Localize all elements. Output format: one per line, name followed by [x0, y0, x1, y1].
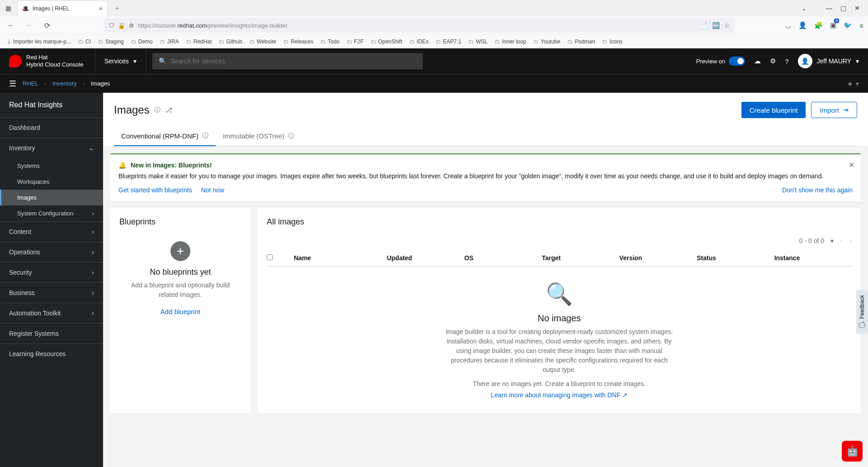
reload-button[interactable]: ⟳ — [41, 21, 53, 30]
sidebar-item-operations[interactable]: Operations› — [0, 242, 103, 262]
bookmark-item[interactable]: 🗀Podman — [565, 38, 597, 46]
breadcrumb-item[interactable]: RHEL — [23, 80, 38, 87]
search-services[interactable]: 🔍 — [152, 53, 423, 69]
notification-icon[interactable]: ▣ — [830, 21, 836, 29]
breadcrumb-item[interactable]: Inventory — [52, 80, 76, 87]
toggle-switch[interactable] — [729, 57, 745, 66]
logo[interactable]: Red Hat Hybrid Cloud Console — [0, 54, 95, 68]
sidebar-item-register[interactable]: Register Systems — [0, 324, 103, 343]
bookmark-item[interactable]: 🗀Todo — [318, 38, 342, 46]
reader-icon[interactable]: 📄 — [700, 22, 708, 29]
maximize-icon[interactable]: ▢ — [840, 5, 846, 12]
hamburger-icon[interactable]: ☰ — [9, 79, 16, 89]
help-icon[interactable]: ⓘ — [288, 132, 294, 140]
account-icon[interactable]: 👤 — [798, 21, 807, 29]
folder-icon: 🗀 — [602, 38, 608, 45]
feedback-tab[interactable]: 💬 Feedback — [856, 290, 868, 334]
back-button[interactable]: ← — [5, 21, 17, 29]
cloud-icon[interactable]: ☁ — [754, 57, 761, 65]
import-button[interactable]: Import⇥ — [811, 102, 857, 118]
help-icon[interactable]: ⓘ — [154, 106, 160, 114]
close-icon[interactable]: × — [99, 5, 103, 12]
add-blueprint-link[interactable]: Add blueprint — [160, 308, 200, 315]
minimize-icon[interactable]: — — [826, 5, 832, 12]
sidebar-item-business[interactable]: Business› — [0, 283, 103, 303]
sidebar-subitem-system-configuration[interactable]: System Configuration› — [0, 205, 103, 221]
services-dropdown[interactable]: Services ▾ — [95, 48, 146, 74]
new-tab-button[interactable]: + — [110, 1, 124, 15]
bookmark-star-icon[interactable]: ☆ — [724, 22, 730, 29]
bookmark-item[interactable]: 🗀Inner loop — [492, 38, 528, 46]
bookmark-item[interactable]: 🗀F2F — [344, 38, 366, 46]
translate-icon[interactable]: 🔤 — [712, 22, 720, 29]
page-title: Images — [114, 104, 150, 116]
user-menu[interactable]: 👤 Jeff MAURY ▾ — [798, 54, 859, 68]
preview-toggle[interactable]: Preview on — [696, 57, 745, 66]
gear-icon[interactable]: ⚙ — [770, 57, 776, 65]
bookmark-item[interactable]: 🗀CI — [76, 38, 93, 46]
images-empty-title: No images — [442, 313, 677, 324]
bookmark-item[interactable]: 🗀Staging — [96, 38, 126, 46]
chevron-down-icon[interactable]: ⌄ — [802, 5, 807, 12]
bookmark-item[interactable]: 🗀IDEs — [407, 38, 431, 46]
import-icon: ⇥ — [843, 106, 849, 114]
images-panel: All images 0 - 0 of 0 ▾ ‹ › Name Updated… — [258, 208, 861, 413]
search-icon: 🔍 — [159, 57, 166, 65]
bookmark-item[interactable]: 🗀JIRA — [158, 38, 181, 46]
sidebar-item-learning[interactable]: Learning Resources — [0, 344, 103, 364]
table-header-version: Version — [619, 254, 697, 262]
browser-tab[interactable]: 🎩 Images | RHEL × — [17, 0, 108, 16]
bookmark-item[interactable]: 🗀WSL — [466, 38, 490, 46]
shield-icon[interactable]: 🛡 — [108, 22, 114, 29]
bookmark-item[interactable]: 🗀OpenShift — [368, 38, 404, 46]
sidebar-subitem-workspaces[interactable]: Workspaces — [0, 174, 103, 190]
sidebar-item-security[interactable]: Security› — [0, 262, 103, 282]
caret-down-icon[interactable]: ▾ — [830, 237, 834, 244]
tab-conventional[interactable]: Conventional (RPM-DNF)ⓘ — [114, 126, 216, 146]
magnify-icon: 🔍 — [442, 281, 677, 307]
pocket-icon[interactable]: ◡ — [785, 21, 791, 29]
twitter-icon[interactable]: 🐦 — [844, 21, 852, 29]
menu-icon[interactable]: ≡ — [859, 22, 863, 29]
bookmark-item[interactable]: 🗀RedHat — [184, 38, 214, 46]
bookmark-item[interactable]: ⤓Importer les marque-p... — [5, 38, 73, 46]
lock-icon[interactable]: 🔒 — [118, 22, 125, 29]
create-blueprint-button[interactable]: Create blueprint — [741, 102, 806, 118]
sidebar-subitem-systems[interactable]: Systems — [0, 158, 103, 174]
branch-icon[interactable]: ⎇ — [165, 106, 172, 114]
help-icon[interactable]: ? — [785, 57, 788, 65]
bookmark-item[interactable]: 🗀Website — [247, 38, 278, 46]
sidebar-subitem-images[interactable]: Images — [0, 190, 103, 205]
page-next-icon: › — [849, 236, 852, 245]
learn-more-link[interactable]: Learn more about managing images with DN… — [491, 391, 627, 399]
extensions-icon[interactable]: 🧩 — [814, 21, 823, 29]
help-icon[interactable]: ⓘ — [202, 132, 208, 140]
bookmark-item[interactable]: 🗀Demo — [129, 38, 155, 46]
bookmark-item[interactable]: 🗀EAP7.1 — [434, 38, 464, 46]
bookmark-item[interactable]: 🗀Releases — [281, 38, 316, 46]
caret-down-icon[interactable]: ▾ — [856, 80, 859, 87]
sidebar-item-automation[interactable]: Automation Toolkit› — [0, 303, 103, 323]
tab-manager-icon[interactable]: ▦ — [3, 3, 14, 14]
sidebar-item-dashboard[interactable]: Dashboard — [0, 118, 103, 138]
close-alert-icon[interactable]: ✕ — [849, 161, 854, 169]
search-input[interactable] — [171, 57, 417, 65]
tab-immutable[interactable]: Immutable (OSTree)ⓘ — [216, 126, 302, 146]
alert-link-dont-show[interactable]: Don't show me this again — [782, 186, 853, 194]
sidebar-item-content[interactable]: Content› — [0, 222, 103, 242]
alert-link-not-now[interactable]: Not now — [201, 186, 224, 194]
sidebar-item-inventory[interactable]: Inventory⌄ — [0, 138, 103, 158]
table-header-checkbox[interactable] — [267, 254, 289, 262]
permissions-icon[interactable]: ⚙ — [129, 22, 134, 29]
star-icon[interactable]: ★ — [847, 80, 853, 87]
alert-link-get-started[interactable]: Get started with blueprints — [118, 186, 192, 194]
folder-icon: 🗀 — [186, 38, 192, 45]
pagination-text: 0 - 0 of 0 — [799, 237, 824, 244]
url-bar[interactable]: 🛡 🔒 ⚙ https://console.redhat.com/preview… — [104, 18, 735, 33]
bookmark-item[interactable]: 🗀Youtube — [531, 38, 563, 46]
close-window-icon[interactable]: ✕ — [854, 5, 860, 12]
bookmark-item[interactable]: 🗀Github — [217, 38, 244, 46]
info-alert: ✕ 🔔 New in Images: Blueprints! Blueprint… — [110, 153, 861, 201]
bookmark-item[interactable]: 🗀Icons — [600, 38, 625, 46]
chat-widget-icon[interactable]: 🤖 — [842, 441, 863, 462]
